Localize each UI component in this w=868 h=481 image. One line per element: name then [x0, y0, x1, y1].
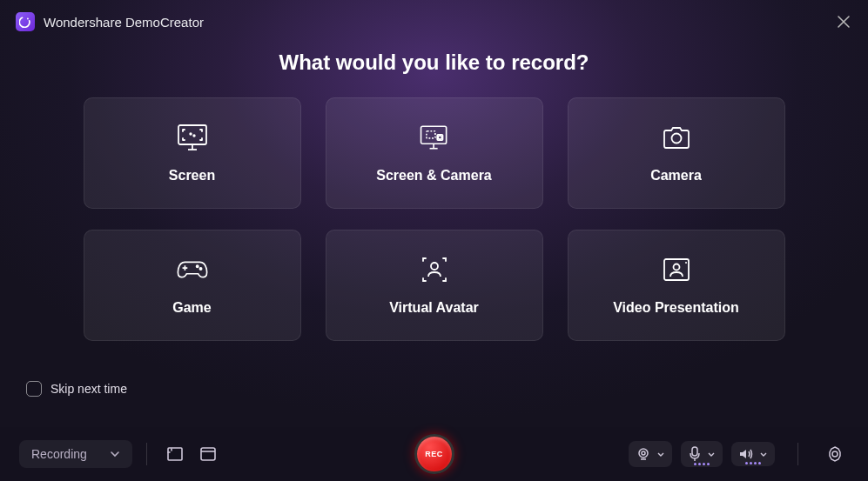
microphone-icon — [688, 446, 702, 462]
record-options-grid: Screen Screen & Camera Camera — [0, 97, 868, 341]
card-label: Game — [172, 300, 211, 316]
virtual-avatar-icon — [417, 255, 452, 284]
speaker-toggle[interactable] — [731, 442, 775, 466]
card-screen-camera[interactable]: Screen & Camera — [326, 97, 543, 209]
card-label: Camera — [650, 168, 702, 184]
window-select-button[interactable] — [194, 440, 222, 468]
chevron-down-icon — [110, 451, 120, 458]
svg-point-0 — [27, 18, 29, 20]
svg-rect-21 — [168, 448, 182, 460]
close-button[interactable] — [835, 13, 852, 30]
svg-point-24 — [639, 449, 648, 458]
bottom-toolbar: Recording REC — [0, 427, 868, 481]
svg-point-17 — [431, 263, 438, 270]
svg-marker-28 — [830, 447, 840, 461]
title-bar: Wondershare DemoCreator — [0, 0, 868, 40]
chevron-down-icon — [707, 451, 716, 458]
svg-point-15 — [196, 265, 198, 267]
chevron-down-icon — [759, 451, 768, 458]
card-camera[interactable]: Camera — [568, 97, 785, 209]
skip-label: Skip next time — [50, 382, 127, 396]
microphone-toggle[interactable] — [681, 441, 723, 467]
card-virtual-avatar[interactable]: Virtual Avatar — [326, 230, 543, 341]
app-logo-icon — [16, 12, 35, 31]
svg-point-20 — [685, 262, 687, 264]
svg-point-12 — [671, 134, 681, 144]
svg-point-16 — [199, 268, 201, 270]
card-label: Screen — [169, 168, 215, 184]
card-label: Virtual Avatar — [389, 300, 479, 316]
screen-camera-icon — [417, 123, 452, 152]
svg-point-4 — [190, 133, 192, 135]
mode-dropdown-label: Recording — [31, 447, 87, 461]
screen-icon — [175, 123, 210, 152]
svg-rect-22 — [201, 448, 215, 460]
game-controller-icon — [175, 255, 210, 284]
speaker-icon — [738, 447, 754, 461]
svg-point-5 — [193, 135, 195, 137]
svg-rect-9 — [426, 131, 434, 138]
webcam-toggle[interactable] — [629, 441, 672, 467]
mode-dropdown[interactable]: Recording — [19, 440, 132, 468]
svg-point-29 — [832, 451, 838, 457]
card-screen[interactable]: Screen — [84, 97, 301, 209]
camera-icon — [659, 123, 694, 152]
webcam-icon — [636, 446, 651, 462]
card-video-presentation[interactable]: Video Presentation — [568, 230, 785, 341]
gear-icon — [826, 445, 844, 463]
chevron-down-icon — [656, 451, 665, 458]
divider — [146, 443, 147, 465]
svg-point-25 — [642, 451, 645, 455]
video-presentation-icon — [659, 255, 694, 284]
divider — [797, 443, 798, 465]
skip-next-time-row: Skip next time — [26, 381, 127, 397]
svg-rect-1 — [178, 125, 206, 144]
rec-label: REC — [425, 450, 443, 458]
card-label: Video Presentation — [613, 300, 739, 316]
skip-checkbox[interactable] — [26, 381, 42, 397]
svg-point-19 — [673, 264, 679, 271]
svg-rect-26 — [692, 447, 697, 456]
svg-point-10 — [438, 136, 441, 139]
card-game[interactable]: Game — [84, 230, 301, 341]
app-title: Wondershare DemoCreator — [44, 15, 204, 30]
capture-area-button[interactable] — [161, 440, 189, 468]
record-button[interactable]: REC — [414, 434, 454, 474]
card-label: Screen & Camera — [376, 168, 492, 184]
page-heading: What would you like to record? — [0, 50, 868, 75]
settings-button[interactable] — [821, 440, 849, 468]
